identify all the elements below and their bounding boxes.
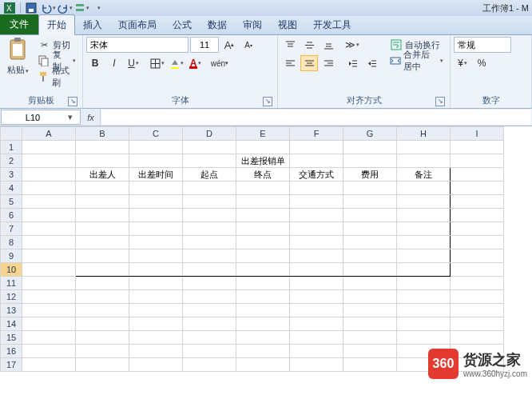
row-header-15[interactable]: 15 <box>1 331 22 345</box>
cell-A14[interactable] <box>22 317 76 331</box>
col-header-H[interactable]: H <box>397 127 451 141</box>
cell-G6[interactable] <box>343 209 397 222</box>
decrease-indent-icon[interactable] <box>343 55 361 71</box>
cell-F7[interactable] <box>290 222 343 236</box>
cell-A11[interactable] <box>22 277 76 290</box>
row-header-9[interactable]: 9 <box>1 249 22 263</box>
cell-E2[interactable]: 出差报销单 <box>236 154 290 168</box>
cell-E3[interactable]: 终点 <box>236 168 290 182</box>
cell-C2[interactable] <box>129 154 183 168</box>
cell-G5[interactable] <box>343 195 397 209</box>
cell-A8[interactable] <box>22 236 76 249</box>
cell-H8[interactable] <box>397 236 451 249</box>
cell-F14[interactable] <box>290 317 343 331</box>
cell-C1[interactable] <box>129 141 183 154</box>
align-dialog-launcher[interactable]: ↘ <box>435 97 445 106</box>
cell-C15[interactable] <box>129 331 183 345</box>
format-painter-button[interactable]: 格式刷 <box>34 69 79 85</box>
cell-G12[interactable] <box>343 290 397 304</box>
cell-F15[interactable] <box>290 331 343 345</box>
col-header-D[interactable]: D <box>183 127 236 141</box>
row-header-11[interactable]: 11 <box>1 277 22 290</box>
phonetic-button[interactable]: wén▾ <box>211 55 228 71</box>
cell-A10[interactable] <box>22 263 76 277</box>
qat-more-icon[interactable]: ▾ <box>90 1 106 15</box>
cell-B11[interactable] <box>76 277 129 290</box>
borders-button[interactable]: ▾ <box>149 55 166 71</box>
cell-F6[interactable] <box>290 209 343 222</box>
cell-I2[interactable] <box>451 154 504 168</box>
cell-B16[interactable] <box>76 345 129 358</box>
select-all-corner[interactable] <box>1 127 22 141</box>
cell-I7[interactable] <box>451 222 504 236</box>
cell-H14[interactable] <box>397 317 451 331</box>
undo-icon[interactable]: ▾ <box>40 1 56 15</box>
cell-H2[interactable] <box>397 154 451 168</box>
cell-C9[interactable] <box>129 249 183 263</box>
row-header-8[interactable]: 8 <box>1 236 22 249</box>
cell-D2[interactable] <box>183 154 236 168</box>
cell-D10[interactable] <box>183 263 236 277</box>
cell-G10[interactable] <box>343 263 397 277</box>
cell-G14[interactable] <box>343 317 397 331</box>
font-name-input[interactable] <box>86 37 189 53</box>
grid[interactable]: ABCDEFGHI12出差报销单3出差人出差时间起点终点交通方式费用备注4567… <box>0 126 504 372</box>
cell-E15[interactable] <box>236 331 290 345</box>
row-header-12[interactable]: 12 <box>1 290 22 304</box>
cell-E12[interactable] <box>236 290 290 304</box>
cell-I10[interactable] <box>451 263 504 277</box>
cell-F13[interactable] <box>290 304 343 317</box>
cell-A13[interactable] <box>22 304 76 317</box>
name-box[interactable]: ▾ <box>1 110 81 125</box>
cell-D16[interactable] <box>183 345 236 358</box>
cell-C16[interactable] <box>129 345 183 358</box>
cell-G13[interactable] <box>343 304 397 317</box>
cell-F3[interactable]: 交通方式 <box>290 168 343 182</box>
fx-button[interactable]: fx <box>81 109 101 126</box>
cell-C10[interactable] <box>129 263 183 277</box>
number-format-input[interactable] <box>454 37 511 53</box>
cell-E9[interactable] <box>236 249 290 263</box>
cell-E13[interactable] <box>236 304 290 317</box>
row-header-4[interactable]: 4 <box>1 182 22 195</box>
cell-E7[interactable] <box>236 222 290 236</box>
cell-H11[interactable] <box>397 277 451 290</box>
cell-B12[interactable] <box>76 290 129 304</box>
cell-F5[interactable] <box>290 195 343 209</box>
merge-center-button[interactable]: 合并后居中▾ <box>387 53 447 69</box>
cell-C13[interactable] <box>129 304 183 317</box>
cell-C12[interactable] <box>129 290 183 304</box>
clipboard-dialog-launcher[interactable]: ↘ <box>68 97 77 106</box>
cell-H3[interactable]: 备注 <box>397 168 451 182</box>
cell-A15[interactable] <box>22 331 76 345</box>
cell-A17[interactable] <box>22 358 76 372</box>
tab-formulas[interactable]: 公式 <box>165 15 200 34</box>
cell-C7[interactable] <box>129 222 183 236</box>
cell-C6[interactable] <box>129 209 183 222</box>
cell-G9[interactable] <box>343 249 397 263</box>
col-header-G[interactable]: G <box>343 127 397 141</box>
row-header-13[interactable]: 13 <box>1 304 22 317</box>
cell-I9[interactable] <box>451 249 504 263</box>
shrink-font-icon[interactable]: A▾ <box>240 37 257 53</box>
cell-H15[interactable] <box>397 331 451 345</box>
cell-F17[interactable] <box>290 358 343 372</box>
tab-review[interactable]: 审阅 <box>235 15 270 34</box>
cell-B10[interactable] <box>76 263 129 277</box>
cell-I3[interactable] <box>451 168 504 182</box>
cell-C5[interactable] <box>129 195 183 209</box>
cell-D15[interactable] <box>183 331 236 345</box>
cell-F8[interactable] <box>290 236 343 249</box>
tab-home[interactable]: 开始 <box>38 14 75 35</box>
save-icon[interactable] <box>23 1 39 15</box>
row-header-5[interactable]: 5 <box>1 195 22 209</box>
cell-D7[interactable] <box>183 222 236 236</box>
cell-E11[interactable] <box>236 277 290 290</box>
cell-G1[interactable] <box>343 141 397 154</box>
cell-D9[interactable] <box>183 249 236 263</box>
name-box-dropdown-icon[interactable]: ▾ <box>64 112 77 122</box>
cell-I15[interactable] <box>451 331 504 345</box>
row-header-2[interactable]: 2 <box>1 154 22 168</box>
cell-E1[interactable] <box>236 141 290 154</box>
formula-input[interactable] <box>101 110 531 125</box>
